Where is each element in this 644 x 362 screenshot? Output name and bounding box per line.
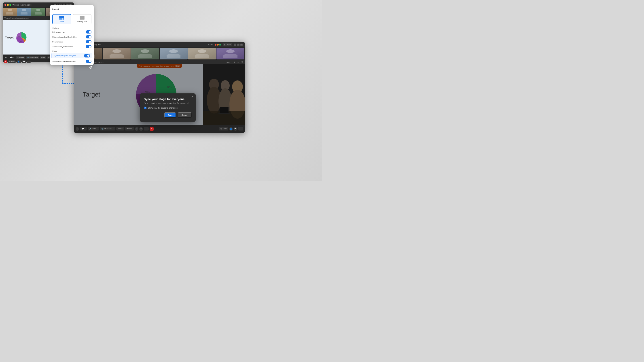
sidebyside-label: Side by side (77, 20, 87, 22)
win2-share-btn[interactable]: Share (116, 127, 124, 130)
close-dot[interactable] (4, 4, 6, 6)
window2-main: W Webex • Meeting info 12:40 ⊞ Layout − … (74, 42, 245, 133)
win2-participant-2[interactable] (103, 48, 130, 59)
win2-zoom-level: 100% (226, 61, 230, 63)
win2-participant-3[interactable] (131, 48, 159, 59)
win2-zoom-in[interactable]: + (231, 61, 232, 63)
win2-more-btn[interactable]: ••• (144, 127, 149, 130)
win2-window-controls: − □ ✕ (234, 43, 242, 46)
win2-rec-indicators (215, 44, 221, 45)
win2-titlebar: W Webex • Meeting info 12:40 ⊞ Layout − … (74, 42, 245, 47)
win1-status-text: Viewing Giacomo's shared content (4, 17, 28, 19)
modal-close-btn[interactable]: ✕ (191, 95, 194, 98)
refresh-btn[interactable]: ↻ (4, 56, 8, 59)
win2-participant-6[interactable] (216, 48, 244, 59)
layout-icon-sm: ⊞ (224, 44, 226, 46)
hide-participants-row: Hide participants without video (50, 34, 94, 39)
win2-record-btn[interactable]: Record (125, 127, 134, 130)
svg-text:13%: 13% (18, 36, 20, 37)
participant-thumb-1[interactable] (3, 7, 17, 16)
win2-participant-5[interactable] (188, 48, 216, 59)
sync-confirm-btn[interactable]: Sync (164, 112, 176, 118)
win1-pie-container: Target 12% 13% 41% 34% (5, 22, 54, 52)
win2-layout-btn[interactable]: ⊞ Layout (223, 43, 232, 46)
checkbox-check-icon (144, 107, 146, 109)
chat-btn[interactable]: 💬▾ (9, 56, 15, 59)
win2-mic-icon[interactable]: 🎵 (135, 127, 138, 131)
layout-stack-option[interactable]: Stack (52, 14, 71, 24)
sync-stage-inner-row: Sync my stage for everyone (52, 53, 92, 58)
apps-btn[interactable]: ⊞ Apps (8, 60, 16, 63)
win2-close-btn[interactable]: ✕ (240, 43, 242, 46)
svg-rect-9 (59, 16, 64, 18)
win2-overflow-btn[interactable]: ••• (238, 127, 243, 130)
layout-type-options: Stack Side by side (50, 12, 94, 26)
rec-orange-dot (217, 44, 219, 45)
modal-actions: Sync Cancel (144, 112, 192, 118)
win1-webex-label: Webex (12, 4, 19, 6)
end-call-btn[interactable]: ✕ (4, 60, 7, 63)
comment-btn[interactable]: 💬 (22, 60, 26, 63)
win2-fullscreen-icon: ⛶ (241, 61, 242, 63)
show-stage-checkbox[interactable] (144, 107, 146, 109)
win2-reactions-icon[interactable]: ☺ (139, 127, 143, 131)
rec-red-dot (215, 44, 216, 45)
win2-stop-video-btn[interactable]: 📹 Stop video (100, 127, 116, 130)
people-btn[interactable]: 👤 (16, 60, 21, 63)
win2-toolbar: ↻ 💬 🎤 Mute 📹 Stop video Share Record 🎵 ☺… (74, 125, 245, 133)
win2-statusbar: Viewing Giacomo's shared content − 100% … (74, 60, 245, 64)
win2-main-area: You're syncing your stage view for every… (74, 64, 245, 125)
win2-time: 12:40 (208, 43, 213, 46)
win2-minimize-btn[interactable]: − (234, 43, 236, 46)
win2-participant-4[interactable] (160, 48, 188, 59)
win2-end-call-btn[interactable]: ✕ (150, 127, 154, 131)
win1-shared-content: Target 12% 13% 41% 34% (3, 20, 56, 54)
win2-chat-btn[interactable]: 💬 (80, 127, 87, 130)
maximize-dot[interactable] (10, 4, 11, 6)
minimize-dot[interactable] (7, 4, 9, 6)
win2-titlebar-right: 12:40 ⊞ Layout − □ ✕ (208, 43, 242, 46)
win2-refresh-icon[interactable]: ↻ (76, 127, 79, 131)
svg-rect-13 (80, 16, 82, 20)
share-btn[interactable]: Share (40, 56, 46, 59)
layout-panel-header: Layout (50, 5, 94, 12)
cursor (90, 66, 92, 69)
svg-rect-12 (62, 18, 64, 20)
stack-layout-icon (59, 16, 64, 20)
sync-modal: ✕ Sync your stage for everyone Do you wa… (140, 93, 196, 122)
auto-hide-names-toggle[interactable] (86, 45, 92, 48)
stage-section-label: Stage (50, 49, 94, 52)
svg-rect-10 (59, 18, 61, 20)
sync-stage-label: Sync my stage for everyone (54, 55, 76, 57)
win2-restore-btn[interactable]: □ (237, 43, 240, 46)
win2-mute-btn[interactable]: 🎤 Mute (88, 127, 99, 130)
participant-thumb-2[interactable] (17, 7, 31, 16)
win2-comment-icon[interactable]: 💬 (234, 127, 237, 131)
win1-meeting-info: Meeting info (20, 4, 32, 6)
fullscreen-toggle[interactable] (86, 30, 92, 33)
svg-rect-11 (61, 18, 62, 20)
win1-target-label: Target (5, 35, 14, 39)
svg-rect-14 (82, 16, 84, 20)
people-focus-label: People focus (52, 41, 62, 43)
win2-people-icon[interactable]: 👤 (229, 127, 233, 131)
win1-pie-chart: 12% 13% 41% 34% (15, 31, 28, 44)
fullscreen-option-row: Full-screen view (50, 29, 94, 34)
stop-video-btn[interactable]: 📹 Stop video (26, 56, 39, 59)
show-stage-checkbox-label: Show only the stage to attendees (148, 107, 178, 109)
people-focus-row: People focus (50, 39, 94, 44)
layout-sidebyside-option[interactable]: Side by side (73, 14, 92, 24)
hide-participants-label: Hide participants without video (52, 36, 77, 38)
overflow-btn[interactable]: ••• (27, 60, 31, 63)
people-focus-toggle[interactable] (86, 40, 92, 43)
participant-thumb-3[interactable] (31, 7, 46, 16)
show-active-speaker-label: Show active speaker in stage (52, 60, 76, 62)
show-active-speaker-toggle[interactable] (86, 60, 92, 63)
win2-zoom-out[interactable]: − (224, 61, 225, 63)
modal-title: Sync your stage for everyone (144, 97, 192, 101)
cancel-btn[interactable]: Cancel (178, 112, 192, 118)
hide-participants-toggle[interactable] (86, 35, 92, 38)
win2-apps-btn[interactable]: ⊞ Apps (219, 127, 228, 130)
sync-stage-toggle[interactable] (84, 54, 90, 57)
mute-btn[interactable]: 🎤 Mute (16, 56, 25, 59)
